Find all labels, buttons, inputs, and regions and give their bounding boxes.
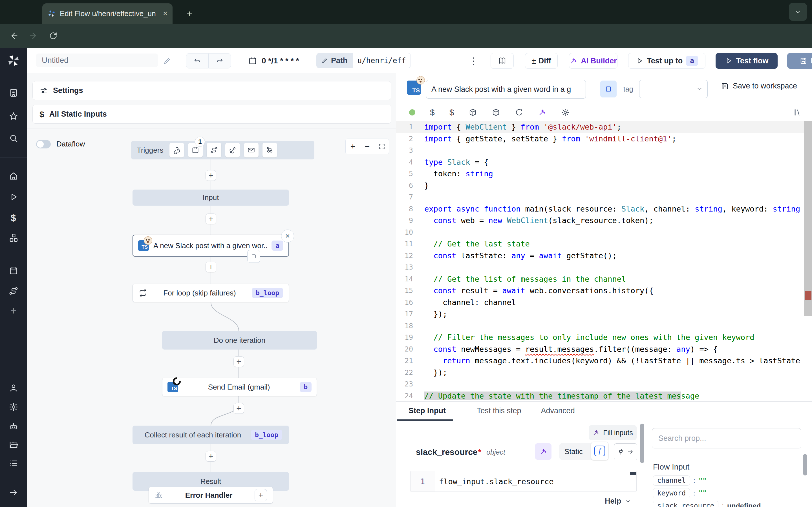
redo-button[interactable] <box>209 53 231 68</box>
node-input[interactable]: Input <box>133 189 289 206</box>
back-button[interactable] <box>4 31 24 41</box>
dataflow-toggle-group[interactable]: Dataflow <box>36 140 85 149</box>
add-step-button[interactable]: + <box>206 214 216 224</box>
sidebar-item-home[interactable] <box>0 171 27 181</box>
variables-button[interactable]: $ <box>430 108 435 117</box>
sidebar-item-routes[interactable] <box>0 286 27 296</box>
trigger-websocket-button[interactable] <box>225 143 240 158</box>
add-step-button[interactable]: + <box>206 262 216 272</box>
code-line[interactable]: 1import { WebClient } from '@slack/web-a… <box>396 121 812 133</box>
code-line[interactable]: 15 const result = await web.conversation… <box>396 285 812 297</box>
sidebar-item-runs[interactable] <box>0 192 27 202</box>
node-forloop[interactable]: For loop (skip failures) b_loop <box>133 284 289 302</box>
props-scrollbar[interactable] <box>803 454 807 475</box>
code-line[interactable]: 22 }); <box>396 367 812 379</box>
step-name-input[interactable]: A new Slack post with a given word in a … <box>426 80 586 99</box>
code-line[interactable]: 16 channel: channel <box>396 297 812 308</box>
schedule-summary[interactable]: 0 */1 * * * * <box>248 54 299 68</box>
ai-suggest-button[interactable] <box>535 443 552 460</box>
windmill-logo[interactable] <box>0 54 27 67</box>
connect-input-button[interactable] <box>614 443 637 460</box>
more-options-button[interactable]: ⋮ <box>468 54 479 68</box>
resources-button[interactable]: $ <box>449 108 454 117</box>
node-error-handler[interactable]: Error Handler + <box>149 487 273 504</box>
zoom-out-button[interactable]: − <box>360 139 374 154</box>
tab-step-input[interactable]: Step Input <box>397 406 457 415</box>
prop-name-pill[interactable]: slack_resource <box>653 501 718 507</box>
ai-builder-button[interactable]: AI Builder <box>569 53 617 69</box>
flow-input-prop-row[interactable]: channel:"" <box>653 475 805 486</box>
code-line[interactable]: 3 <box>396 145 812 156</box>
stop-button[interactable] <box>600 80 617 98</box>
code-line[interactable]: 10 <box>396 226 812 238</box>
flow-input-prop-row[interactable]: slack_resource:undefined <box>653 501 805 507</box>
docs-button[interactable] <box>491 53 514 69</box>
sidebar-item-folders[interactable] <box>0 440 27 450</box>
trigger-poll-button[interactable] <box>262 143 277 158</box>
code-line[interactable]: 5 token: string <box>396 168 812 180</box>
sidebar-item-schedules[interactable] <box>0 266 27 276</box>
search-prop-input[interactable]: Search prop... <box>652 428 801 448</box>
code-line[interactable]: 20 const newMessages = result.messages.f… <box>396 343 812 355</box>
node-slack-step[interactable]: TS A new Slack post with a given wor... … <box>133 235 289 257</box>
magic-wand-icon[interactable] <box>538 108 546 117</box>
tab-close-icon[interactable]: × <box>163 9 167 18</box>
forward-button[interactable] <box>24 31 43 41</box>
fill-inputs-button[interactable]: Fill inputs <box>589 425 637 440</box>
prop-name-pill[interactable]: keyword <box>653 488 690 498</box>
code-line[interactable]: 23 <box>396 378 812 390</box>
code-line[interactable]: 9 const web = new WebClient(slack_resour… <box>396 215 812 226</box>
sidebar-item-resources[interactable] <box>0 233 27 243</box>
trigger-webhook-button[interactable] <box>169 143 184 158</box>
trigger-email-button[interactable] <box>244 143 259 158</box>
code-line[interactable]: 7 <box>396 191 812 203</box>
node-do-one-iteration[interactable]: Do one iteration <box>162 331 317 349</box>
sidebar-item-workspace[interactable] <box>0 88 27 98</box>
help-button[interactable]: Help <box>605 497 631 506</box>
function-mode-button[interactable]: ƒ <box>591 442 608 460</box>
save-to-workspace-button[interactable]: Save to workspace <box>720 82 797 91</box>
code-editor[interactable]: 1import { WebClient } from '@slack/web-a… <box>396 121 812 402</box>
sidebar-item-settings[interactable] <box>0 402 27 412</box>
reset-icon[interactable] <box>515 108 523 117</box>
code-line[interactable]: 8export async function main(slack_resour… <box>396 203 812 215</box>
sidebar-item-add[interactable]: + <box>0 305 27 317</box>
flow-name-input[interactable]: Untitled <box>36 54 158 67</box>
add-step-button[interactable]: + <box>206 170 216 181</box>
node-send-email[interactable]: TS Send Email (gmail) b <box>162 378 317 396</box>
code-line[interactable]: 24// Update the state with the timestamp… <box>396 390 812 402</box>
tab-test-this-step[interactable]: Test this step <box>477 406 521 415</box>
draft-button[interactable]: Draft <box>787 53 812 69</box>
path-chip[interactable]: Path u/henri/eff <box>316 53 411 68</box>
code-line[interactable]: 17 }); <box>396 308 812 320</box>
tag-select[interactable] <box>639 80 708 98</box>
stop-after-if-button[interactable] <box>247 250 260 263</box>
dataflow-toggle[interactable] <box>36 140 51 149</box>
delete-step-button[interactable]: × <box>281 230 294 242</box>
gear-icon[interactable] <box>561 108 569 117</box>
sidebar-item-favorites[interactable] <box>0 112 27 121</box>
trigger-schedule-button[interactable]: 1 <box>188 143 203 158</box>
code-line[interactable]: 2import { getState, setState } from 'win… <box>396 133 812 145</box>
add-step-button[interactable]: + <box>234 356 244 367</box>
library-icon[interactable] <box>792 108 801 117</box>
settings-item[interactable]: Settings <box>33 81 391 100</box>
reload-button[interactable] <box>43 31 63 40</box>
sidebar-expand[interactable] <box>0 488 27 497</box>
zoom-in-button[interactable]: + <box>346 139 360 154</box>
test-flow-button[interactable]: Test flow <box>716 53 777 69</box>
new-tab-button[interactable]: + <box>183 7 196 20</box>
code-line[interactable]: 21 return message.text.includes(keyword)… <box>396 355 812 367</box>
sidebar-item-logs[interactable] <box>0 459 27 468</box>
all-static-inputs-item[interactable]: $ All Static Inputs <box>33 105 391 124</box>
edit-name-button[interactable] <box>161 56 173 66</box>
sidebar-item-ai[interactable] <box>0 421 27 431</box>
code-line[interactable]: 18 <box>396 320 812 332</box>
browser-tab[interactable]: Edit Flow u/henri/effective_un × <box>42 3 172 24</box>
sidebar-item-search[interactable] <box>0 133 27 143</box>
sidebar-item-variables[interactable]: $ <box>0 212 27 223</box>
tab-advanced[interactable]: Advanced <box>541 406 575 415</box>
add-step-button[interactable]: + <box>206 451 216 462</box>
code-line[interactable]: 19 // Filter the messages to only includ… <box>396 332 812 343</box>
code-line[interactable]: 13 <box>396 262 812 273</box>
